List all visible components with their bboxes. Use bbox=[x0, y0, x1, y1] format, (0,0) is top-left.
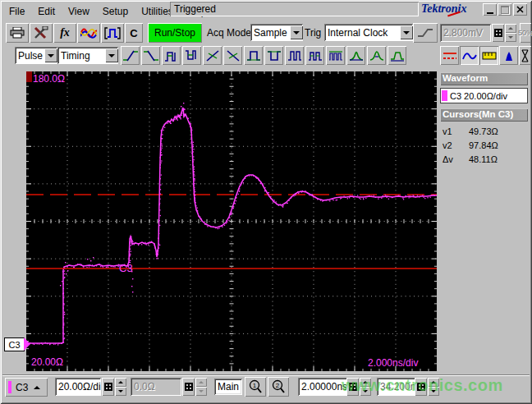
keypad-icon bbox=[349, 383, 357, 391]
chevron-down-icon[interactable] bbox=[290, 25, 303, 39]
trace-color-swatch bbox=[442, 90, 447, 101]
horizontal-position-field[interactable]: 34.200n bbox=[377, 378, 414, 396]
spinner-up-button[interactable] bbox=[195, 378, 207, 387]
spinner-down-button[interactable] bbox=[505, 33, 516, 42]
pos-area-button[interactable] bbox=[346, 46, 365, 65]
rise-slew-button[interactable] bbox=[203, 46, 222, 65]
waveform-entry[interactable]: C3 20.00Ω/div bbox=[440, 88, 528, 103]
cursor-row-v2: v2 97.84Ω bbox=[440, 138, 528, 152]
keypad-button[interactable] bbox=[102, 378, 114, 396]
tools-icon bbox=[34, 26, 48, 39]
vertical-offset-spinner bbox=[195, 378, 207, 396]
collapse-panel-button[interactable] bbox=[519, 46, 531, 65]
menu-view[interactable]: View bbox=[62, 4, 96, 19]
fall-time-button[interactable] bbox=[141, 46, 160, 65]
cursor-v1-value: 49.73Ω bbox=[469, 126, 498, 136]
cursors-panel-title: Cursors(Mn C3) bbox=[440, 108, 528, 122]
histogram-icon bbox=[502, 50, 516, 62]
print-button[interactable] bbox=[6, 23, 29, 43]
minimize-button[interactable] bbox=[483, 3, 497, 16]
neg-pulse-button[interactable] bbox=[264, 46, 283, 65]
keypad-button[interactable] bbox=[182, 378, 195, 396]
trigger-status: Triggered bbox=[170, 2, 419, 16]
clear-button[interactable]: C bbox=[125, 23, 143, 43]
neg-width-button[interactable] bbox=[182, 46, 201, 65]
maximize-button[interactable] bbox=[498, 3, 511, 16]
formula-icon: fx bbox=[60, 26, 70, 39]
trig-slope-button[interactable] bbox=[413, 23, 438, 43]
formula-button[interactable]: fx bbox=[53, 23, 76, 43]
minimize-icon bbox=[487, 12, 493, 14]
top-level-button[interactable] bbox=[388, 46, 406, 65]
meas-group-select[interactable]: Timing bbox=[57, 47, 118, 64]
neg-area-button[interactable] bbox=[367, 46, 386, 65]
acq-mode-select[interactable]: Sample bbox=[250, 24, 303, 41]
timebase-view-box: Main bbox=[214, 379, 242, 395]
spinner-down-button[interactable] bbox=[115, 387, 126, 396]
zoom1-button[interactable]: 1 bbox=[245, 377, 266, 397]
pulse-math-icon bbox=[104, 27, 121, 39]
pos-pulse-button[interactable] bbox=[244, 46, 263, 65]
zoom2-button[interactable]: 2 bbox=[268, 377, 289, 397]
spinner-up-button[interactable] bbox=[360, 378, 371, 387]
fit-waveform-button[interactable] bbox=[460, 46, 479, 65]
pos-width-button[interactable] bbox=[162, 46, 181, 65]
cursor-row-v1: v1 49.73Ω bbox=[440, 124, 528, 138]
pulse-pair-button[interactable] bbox=[305, 46, 324, 65]
channel-marker[interactable]: C3 bbox=[4, 337, 25, 351]
run-stop-button[interactable]: Run/Stop bbox=[148, 23, 202, 43]
histogram-button[interactable] bbox=[499, 46, 518, 65]
graticule-plot[interactable] bbox=[26, 71, 437, 371]
spinner-down-button[interactable] bbox=[360, 387, 371, 396]
trig-level-keypad-button[interactable] bbox=[492, 24, 504, 42]
menu-file[interactable]: File bbox=[2, 4, 31, 19]
readout-panel: Waveform C3 20.00Ω/div Cursors(Mn C3) v1… bbox=[440, 72, 528, 166]
spinner-down-button[interactable] bbox=[428, 387, 439, 396]
spinner-up-button[interactable] bbox=[505, 24, 516, 33]
burst-button[interactable] bbox=[285, 46, 304, 65]
trig-level-value: 2.800mV bbox=[440, 24, 491, 42]
acq-mode-label: Acq Mode bbox=[207, 27, 251, 39]
multi-pulse-button[interactable] bbox=[326, 46, 345, 65]
keypad-icon bbox=[494, 29, 502, 37]
vertical-offset-value: 0.0Ω bbox=[131, 378, 181, 396]
chevron-down-icon[interactable] bbox=[105, 48, 118, 62]
timebase-scale-field[interactable]: 2.00000ns bbox=[298, 378, 346, 396]
spinner-up-button[interactable] bbox=[115, 378, 126, 387]
ruler-button[interactable] bbox=[479, 46, 498, 65]
rise-slew-icon bbox=[205, 50, 220, 62]
pos-area-icon bbox=[349, 50, 364, 62]
menu-setup[interactable]: Setup bbox=[96, 4, 135, 19]
magnifier-icon: 1 bbox=[248, 379, 263, 394]
chevron-up-icon bbox=[34, 386, 40, 389]
chevron-down-icon[interactable] bbox=[400, 25, 413, 39]
fit-waveform-icon bbox=[462, 50, 477, 62]
pulse-math-button[interactable] bbox=[101, 23, 124, 43]
waveform-db-button[interactable] bbox=[77, 23, 100, 43]
trace-label[interactable]: C3 bbox=[119, 262, 133, 274]
cursor-dv-name: Δv bbox=[440, 154, 469, 164]
channel-select-button[interactable]: C3 bbox=[5, 378, 48, 397]
vertical-scale-field[interactable]: 20.00Ω/di bbox=[55, 378, 101, 396]
keypad-button[interactable] bbox=[415, 378, 427, 396]
keypad-button[interactable] bbox=[346, 378, 359, 396]
close-button[interactable] bbox=[513, 3, 527, 16]
fall-slew-button[interactable] bbox=[223, 46, 242, 65]
trig-source-select[interactable]: Internal Clock bbox=[324, 24, 413, 41]
neg-area-icon bbox=[369, 50, 384, 62]
channel-marker-arrow-icon bbox=[24, 337, 30, 351]
meas-class-select[interactable]: Pulse bbox=[15, 47, 57, 64]
cursors-button[interactable] bbox=[440, 46, 459, 65]
acq-mode-value: Sample bbox=[254, 27, 287, 39]
horizontal-control-bar: C3 20.00Ω/di 0.0Ω Main 1 bbox=[2, 374, 530, 399]
chevron-down-icon[interactable] bbox=[44, 48, 57, 62]
menu-edit[interactable]: Edit bbox=[31, 4, 62, 19]
trig-slope-icon bbox=[417, 28, 433, 38]
collapse-panel-icon bbox=[521, 49, 529, 62]
spinner-up-button[interactable] bbox=[428, 378, 439, 387]
timebase-scale-spinner bbox=[360, 378, 371, 396]
cursors-icon bbox=[443, 50, 457, 62]
spinner-down-button[interactable] bbox=[195, 387, 207, 396]
rise-time-button[interactable] bbox=[121, 46, 140, 65]
tools-button[interactable] bbox=[30, 23, 53, 43]
